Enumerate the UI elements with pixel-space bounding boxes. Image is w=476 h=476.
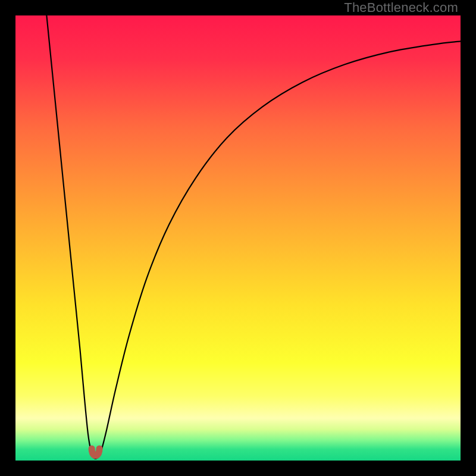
watermark-text: TheBottleneck.com: [344, 0, 458, 15]
curve-layer: [15, 15, 461, 461]
plot-area: [15, 15, 461, 461]
minimum-marker-icon: [92, 449, 99, 456]
chart-frame: TheBottleneck.com: [0, 0, 476, 476]
bottleneck-curve: [46, 15, 461, 459]
